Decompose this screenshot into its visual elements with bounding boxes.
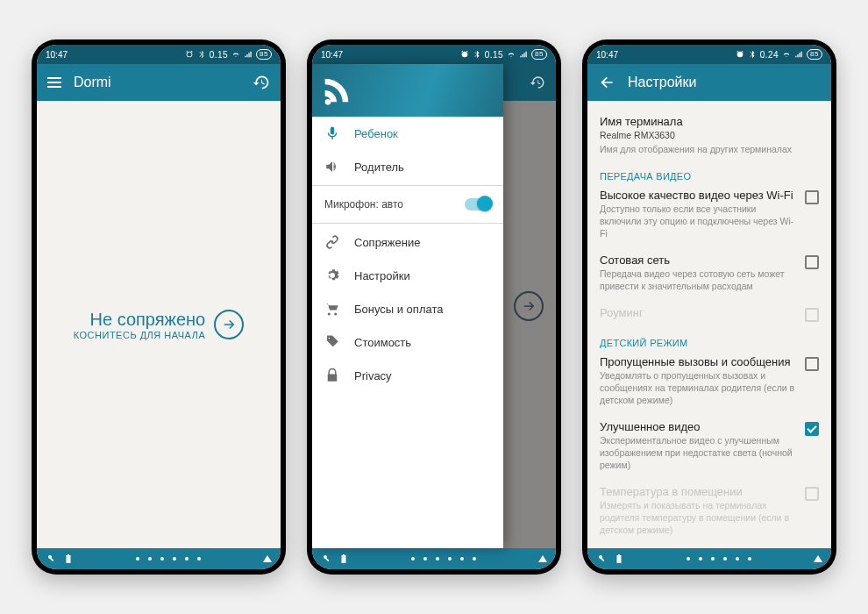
back-icon[interactable] [598,74,615,91]
alarm-icon [460,50,469,59]
setting-value: Realme RMX3630 [600,130,819,142]
drawer-item-settings[interactable]: Настройки [312,259,503,292]
key-icon [321,553,331,564]
phone-drawer: 10:47 0.15 85 [307,39,561,575]
setting-sub: Передача видео через сотовую сеть может … [600,268,796,292]
status-bar: 10:47 0.15 85 [312,45,556,64]
status-bar: 10:47 0.24 85 [587,45,831,64]
drawer-item-label: Privacy [354,369,392,382]
drawer-item-child[interactable]: Ребенок [312,117,503,150]
nav-drawer: Ребенок Родитель Микрофон: авто Сопряжен… [312,64,503,548]
setting-terminal-name[interactable]: Имя терминала Realme RMX3630 Имя для ото… [600,108,819,162]
checkbox[interactable] [805,357,819,371]
status-speed: 0.15 [485,50,503,60]
cart-icon [324,301,340,317]
screen: 10:47 0.15 85 [312,45,556,569]
phone-settings: 10:47 0.24 85 Настройки Имя терминала [582,39,836,575]
app-bar: Dormi [37,64,281,101]
category-video: ПЕРЕДАЧА ВИДЕО [600,171,819,182]
setting-title: Сотовая сеть [600,253,796,267]
setting-enhanced-video[interactable]: Улучшенное видео Экспериментальное видео… [600,413,819,478]
bottom-bar [587,548,831,569]
status-time: 10:47 [321,50,343,60]
expand-icon[interactable] [263,555,272,562]
category-child: ДЕТСКИЙ РЕЖИМ [600,338,819,348]
battery-badge: 85 [807,49,822,60]
switch-on[interactable] [465,198,491,211]
status-icons: 0.24 85 [736,49,822,60]
app-title: Настройки [628,75,696,90]
status-icons: 0.15 85 [460,49,547,60]
pagination-dots[interactable] [411,557,476,560]
battery-badge: 85 [256,49,272,60]
setting-hq-wifi[interactable]: Высокое качество видео через Wi-Fi Досту… [600,182,819,246]
mic-icon [324,125,340,141]
setting-sub: Доступно только если все участники включ… [600,203,796,239]
bluetooth-icon [473,50,481,59]
battery-icon [338,553,349,564]
drawer-item-parent[interactable]: Родитель [312,150,503,183]
status-time: 10:47 [596,50,618,60]
drawer-item-label: Стоимость [354,336,411,349]
status-bar: 10:47 0.15 85 [37,45,281,64]
setting-title: Температура в помещении [600,485,796,498]
battery-icon [614,553,624,564]
history-icon[interactable] [253,74,270,91]
setting-sub: Уведомлять о пропущенных вызовах и сообщ… [600,370,796,406]
status-time: 10:47 [46,50,68,60]
checkbox-disabled [805,308,819,322]
hamburger-icon[interactable] [47,77,61,88]
setting-roaming: Роуминг [600,299,819,329]
expand-icon[interactable] [814,555,822,562]
checkbox[interactable] [805,190,819,204]
setting-missed-calls[interactable]: Пропущенные вызовы и сообщения Уведомлят… [600,348,819,413]
battery-icon [63,553,74,564]
signal-icon [794,50,803,59]
screen: 10:47 0.24 85 Настройки Имя терминала [587,45,831,569]
alarm-icon [185,50,194,59]
key-icon [46,553,56,564]
wifi-icon [231,50,240,59]
checkbox-disabled [805,487,819,501]
mic-auto-toggle[interactable]: Микрофон: авто [312,188,503,221]
drawer-item-label: Ребенок [354,127,398,140]
status-speed: 0.15 [210,50,228,60]
divider [312,185,503,186]
setting-cellular[interactable]: Сотовая сеть Передача видео через сотову… [600,246,819,299]
setting-sub: Измерять и показывать на терминалах роди… [600,500,796,536]
drawer-header [312,64,503,117]
bottom-bar [37,548,281,569]
pair-title: Не сопряжено [74,310,205,330]
rss-icon [319,73,354,108]
arrow-right-icon [214,310,244,339]
app-bar: Настройки [587,64,831,101]
key-icon [596,553,607,564]
arrow-dimmed [514,291,544,321]
drawer-item-pricing[interactable]: Стоимость [312,325,503,359]
pair-button[interactable]: Не сопряжено КОСНИТЕСЬ ДЛЯ НАЧАЛА [74,310,244,340]
pagination-dots[interactable] [136,557,201,560]
divider [312,223,503,224]
alarm-icon [736,50,744,59]
link-icon [324,234,340,250]
drawer-item-label: Бонусы и оплата [354,303,443,316]
drawer-item-privacy[interactable]: Privacy [312,359,503,392]
expand-icon[interactable] [538,555,547,562]
drawer-item-label: Родитель [354,161,404,174]
lock-icon [324,368,340,383]
speaker-icon [324,159,340,175]
pagination-dots[interactable] [687,557,751,560]
status-icons: 0.15 85 [185,49,272,60]
drawer-item-pairing[interactable]: Сопряжение [312,225,503,259]
drawer-stack: Ребенок Родитель Микрофон: авто Сопряжен… [312,64,556,548]
settings-list[interactable]: Имя терминала Realme RMX3630 Имя для ото… [587,101,831,548]
pair-subtitle: КОСНИТЕСЬ ДЛЯ НАЧАЛА [74,330,205,340]
checkbox-checked[interactable] [805,422,819,436]
drawer-item-bonuses[interactable]: Бонусы и оплата [312,292,503,325]
main-area: Не сопряжено КОСНИТЕСЬ ДЛЯ НАЧАЛА [37,101,281,548]
checkbox[interactable] [805,255,819,269]
tag-icon [324,334,340,350]
bottom-bar [312,548,556,569]
wifi-icon [507,50,516,59]
history-icon [530,75,545,90]
